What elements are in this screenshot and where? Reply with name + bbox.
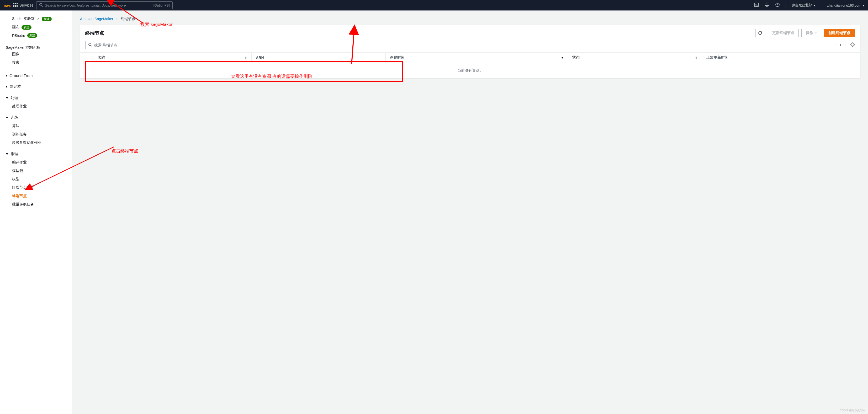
table-search[interactable] [85,41,269,49]
caret-down-icon [6,153,8,155]
sidebar-item-label: 算法 [12,124,20,128]
services-menu[interactable]: Services [13,3,34,7]
svg-point-4 [89,43,91,45]
sidebar-item-hyperparam-jobs[interactable]: 超级参数优化作业 [6,139,72,147]
sidebar-item-algorithms[interactable]: 算法 [6,122,72,130]
table-header-created[interactable]: 创建时间 ▼ [385,53,568,63]
sidebar-item-label: RStudio [12,34,25,38]
services-grid-icon [13,3,18,7]
sidebar-item-search[interactable]: 搜索 [6,59,72,67]
notifications-icon[interactable] [765,2,769,8]
sidebar-item-label: 批量转换任务 [12,202,34,207]
breadcrumb-current: 终端节点 [121,17,135,21]
caret-down-icon [6,117,8,118]
global-search[interactable]: [Option+S] [36,1,173,9]
pagination: ‹ 1 › [835,42,855,48]
gear-icon [850,42,855,47]
column-label: 状态 [572,55,580,60]
divider [785,3,786,8]
sidebar-section-inference[interactable]: 推理 [6,150,72,158]
region-selector[interactable]: 弗吉尼亚北部 ▾ [792,3,815,8]
global-search-input[interactable] [45,3,151,7]
sidebar-item-compile-jobs[interactable]: 编译作业 [6,158,72,167]
chevron-down-icon: ▾ [813,3,815,7]
settings-button[interactable] [850,42,855,48]
column-label: 名称 [98,55,105,60]
svg-line-5 [91,45,92,46]
column-label: 上次更新时间 [706,55,728,60]
table-header-status[interactable]: 状态 ▲▼ [568,53,702,63]
sidebar-section-label: Ground Truth [9,73,33,78]
sidebar-item-endpoints[interactable]: 终端节点 [6,192,72,200]
sidebar-item-batch-transform[interactable]: 批量转换任务 [6,200,72,209]
breadcrumb: Amazon SageMaker › 终端节点 [80,17,860,22]
sidebar-item-canvas[interactable]: 画布 新建 [6,23,72,31]
sidebar-item-endpoint-config[interactable]: 终端节点配置 [6,183,72,192]
button-label: 更新终端节点 [772,31,794,35]
services-label: Services [20,3,34,7]
refresh-button[interactable] [755,29,765,37]
page-prev-button[interactable]: ‹ [835,43,836,47]
sidebar-heading-control-panel[interactable]: SageMaker 控制面板 [6,45,72,50]
page-number: 1 [840,43,842,47]
table-header-arn[interactable]: ARN [251,53,385,62]
sort-icon: ▲▼ [244,56,247,59]
sidebar-item-label: 处理作业 [12,104,27,109]
sidebar-item-label: 编译作业 [12,160,27,165]
update-endpoint-button[interactable]: 更新终端节点 [768,29,799,37]
sidebar-section-label: 训练 [10,115,19,120]
svg-line-1 [42,5,43,6]
column-label: 创建时间 [390,55,405,60]
button-label: 操作 [806,31,813,35]
watermark: CSDN @阿Q说代码 [840,409,865,412]
breadcrumb-root[interactable]: Amazon SageMaker [80,17,113,21]
new-badge: 新建 [22,25,31,30]
search-shortcut-label: [Option+S] [154,3,170,7]
sidebar-section-notebook[interactable]: 笔记本 [6,82,72,91]
sidebar-item-studio-lab[interactable]: Studio 实验室 ↗ 新建 [6,15,72,23]
panel-title: 终端节点 [85,30,104,36]
sort-icon: ▼ [561,57,564,59]
main-content: Amazon SageMaker › 终端节点 终端节点 更新终端节点 操作 [72,10,868,414]
svg-point-6 [852,44,853,45]
sidebar-item-models[interactable]: 模型 [6,175,72,183]
region-label: 弗吉尼亚北部 [792,3,812,8]
help-icon[interactable] [775,2,780,8]
new-badge: 新建 [27,33,37,38]
create-endpoint-button[interactable]: 创建终端节点 [824,29,855,37]
table-header-select [80,55,93,60]
cloudshell-icon[interactable] [754,2,759,8]
sidebar-item-label: 画布 [12,25,20,30]
sidebar-section-label: 笔记本 [9,84,21,89]
sidebar-section-label: 推理 [10,151,19,157]
table-search-input[interactable] [94,43,266,47]
sidebar-item-processing-jobs[interactable]: 处理作业 [6,102,72,111]
sidebar-section-processing[interactable]: 处理 [6,94,72,102]
chevron-down-icon: ▾ [863,3,864,7]
sidebar-item-training-jobs[interactable]: 训练任务 [6,130,72,139]
actions-dropdown-button[interactable]: 操作 [801,29,821,37]
button-label: 创建终端节点 [828,31,850,35]
user-menu[interactable]: zhangjianlong163.com ▾ [827,3,864,7]
caret-right-icon [6,85,7,88]
sort-icon: ▲▼ [695,56,698,59]
sidebar-section-training[interactable]: 训练 [6,113,72,122]
new-badge: 新建 [42,17,52,21]
sidebar-item-rstudio[interactable]: RStudio 新建 [6,31,72,40]
sidebar-section-label: 处理 [10,95,19,100]
sidebar-item-model-packages[interactable]: 模型包 [6,167,72,175]
caret-right-icon [6,74,7,77]
top-nav: aws Services [Option+S] 弗吉尼亚北部 ▾ zhangji… [0,0,868,10]
sidebar-item-label: 搜索 [12,60,20,65]
table-header-row: 名称 ▲▼ ARN 创建时间 ▼ 状态 ▲▼ 上次更新时 [80,53,860,63]
sidebar: Studio 实验室 ↗ 新建 画布 新建 RStudio 新建 SageMak… [0,10,72,414]
page-next-button[interactable]: › [845,43,846,47]
aws-logo-icon: aws [4,3,11,8]
sidebar-item-images[interactable]: 图像 [6,50,72,59]
endpoints-table: 名称 ▲▼ ARN 创建时间 ▼ 状态 ▲▼ 上次更新时 [80,53,860,78]
sidebar-item-label: 终端节点配置 [12,185,34,190]
svg-point-0 [39,3,42,6]
table-header-name[interactable]: 名称 ▲▼ [93,53,251,63]
table-header-updated[interactable]: 上次更新时间 [702,53,860,63]
sidebar-section-ground-truth[interactable]: Ground Truth [6,72,72,80]
